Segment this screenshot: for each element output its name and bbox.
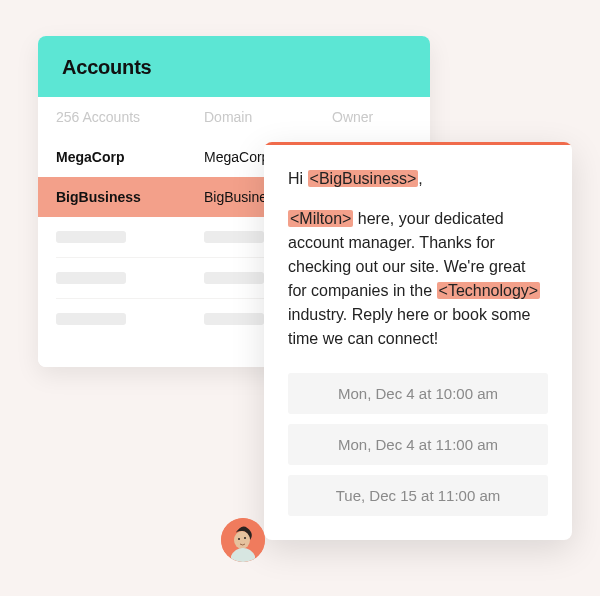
column-owner: Owner: [332, 109, 412, 125]
accounts-count: 256 Accounts: [56, 109, 186, 125]
svg-point-3: [244, 537, 246, 539]
svg-point-1: [234, 531, 250, 549]
greeting-prefix: Hi: [288, 170, 308, 187]
rep-avatar: [221, 518, 265, 562]
chat-preview-panel: Hi <BigBusiness>, <Milton> here, your de…: [264, 142, 572, 540]
token-rep: <Milton>: [288, 210, 353, 227]
account-name: BigBusiness: [56, 189, 186, 205]
time-slot[interactable]: Tue, Dec 15 at 11:00 am: [288, 475, 548, 516]
token-industry: <Technology>: [437, 282, 541, 299]
accounts-header: Accounts: [38, 36, 430, 97]
accounts-column-headers: 256 Accounts Domain Owner: [38, 97, 430, 137]
column-domain: Domain: [204, 109, 314, 125]
accounts-title: Accounts: [62, 56, 406, 79]
time-slot[interactable]: Mon, Dec 4 at 11:00 am: [288, 424, 548, 465]
token-company: <BigBusiness>: [308, 170, 419, 187]
avatar-icon: [221, 518, 265, 562]
svg-point-2: [238, 538, 240, 540]
chat-message: Hi <BigBusiness>, <Milton> here, your de…: [288, 167, 548, 351]
greeting-suffix: ,: [418, 170, 422, 187]
time-slot[interactable]: Mon, Dec 4 at 10:00 am: [288, 373, 548, 414]
body-text: industry. Reply here or book some time w…: [288, 306, 530, 347]
time-slot-list: Mon, Dec 4 at 10:00 am Mon, Dec 4 at 11:…: [288, 373, 548, 516]
account-name: MegaCorp: [56, 149, 186, 165]
